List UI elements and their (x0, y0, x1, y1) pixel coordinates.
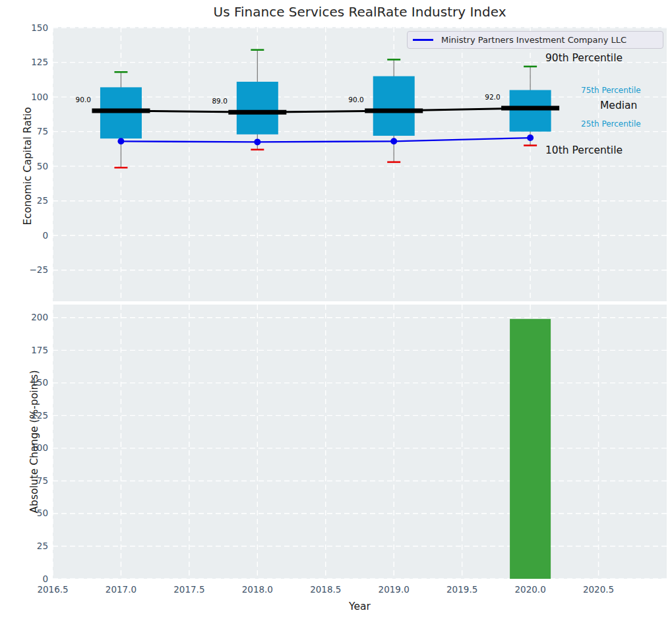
x-tick-label: 2017.0 (106, 584, 137, 595)
company-marker-2019 (390, 138, 397, 144)
x-tick-label: 2018.5 (310, 584, 341, 595)
top-y-tick-label: −25 (30, 264, 49, 275)
bottom-y-axis-label: Absolute Change (%-points) (28, 370, 40, 514)
x-tick-label: 2016.5 (37, 584, 68, 595)
top-y-tick-label: 75 (37, 126, 48, 136)
median-annotation-2017: 90.0 (76, 96, 91, 104)
box-2019 (373, 76, 415, 136)
label-10th-percentile: 10th Percentile (545, 144, 623, 156)
company-marker-2018 (254, 138, 260, 145)
x-tick-label: 2019.5 (446, 584, 477, 595)
top-y-tick-label: 0 (42, 230, 48, 241)
label-25th-percentile: 25th Percentile (581, 119, 641, 129)
change-bar-2020 (510, 319, 551, 579)
x-tick-label: 2020.0 (514, 584, 545, 595)
top-y-tick-label: 100 (31, 92, 48, 102)
box-2020 (510, 90, 551, 132)
company-marker-2017 (117, 138, 124, 144)
label-90th-percentile: 90th Percentile (545, 52, 623, 64)
median-annotation-2020: 92.0 (485, 93, 500, 101)
label-75th-percentile: 75th Percentile (581, 86, 641, 95)
bottom-y-tick-label: 25 (37, 541, 48, 551)
chart-title: Us Finance Services RealRate Industry In… (53, 4, 667, 20)
median-annotation-2018: 89.0 (212, 97, 227, 105)
x-tick-label: 2018.0 (242, 584, 273, 595)
x-tick-label: 2020.5 (583, 584, 614, 595)
figure: 1501251007550250−25200175150125100755025… (0, 0, 672, 621)
company-marker-2020 (527, 134, 534, 141)
median-annotation-2019: 90.0 (348, 96, 363, 104)
x-axis-label: Year (53, 601, 667, 612)
legend-line-sample (413, 39, 433, 42)
top-y-axis-label: Economic Capital Ratio (22, 107, 34, 225)
legend-series-label: Ministry Partners Investment Company LLC (441, 35, 626, 45)
chart-canvas: 1501251007550250−25200175150125100755025… (0, 0, 672, 621)
bottom-axes-background (53, 305, 667, 579)
label-median: Median (600, 100, 637, 111)
bottom-y-tick-label: 200 (31, 312, 48, 322)
x-tick-label: 2019.0 (379, 584, 410, 595)
box-2018 (237, 82, 278, 134)
top-y-tick-label: 50 (37, 161, 48, 171)
top-y-tick-label: 25 (37, 195, 48, 206)
top-y-tick-label: 150 (31, 22, 48, 33)
legend: Ministry Partners Investment Company LLC (407, 31, 663, 49)
bottom-y-tick-label: 175 (31, 345, 48, 355)
top-axes-background (53, 27, 667, 301)
bottom-y-tick-label: 0 (42, 574, 48, 584)
x-tick-label: 2017.5 (173, 584, 204, 595)
top-y-tick-label: 125 (31, 57, 48, 67)
